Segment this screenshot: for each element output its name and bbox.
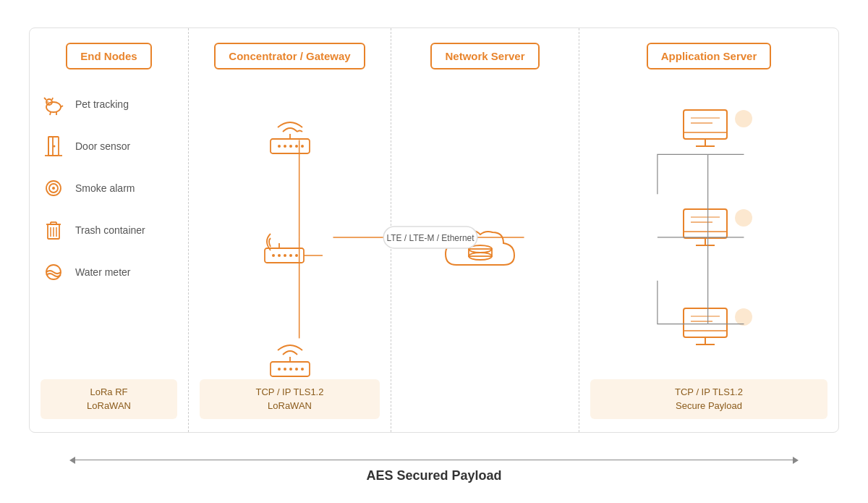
network-cloud-area — [438, 84, 532, 418]
gateway-bottom-label: TCP / IP TLS1.2 LoRaWAN — [200, 379, 380, 419]
svg-point-38 — [295, 254, 298, 257]
endnodes-bottom-label: LoRa RF LoRaWAN — [41, 379, 177, 419]
list-item: Door sensor — [41, 133, 177, 159]
svg-point-27 — [278, 145, 281, 148]
smoke-label: Smoke alarm — [75, 182, 135, 194]
svg-point-44 — [289, 368, 292, 371]
svg-line-5 — [50, 112, 51, 115]
svg-point-42 — [278, 368, 281, 371]
svg-point-0 — [46, 102, 61, 112]
svg-point-34 — [272, 254, 275, 257]
door-icon — [41, 133, 67, 159]
svg-point-29 — [289, 145, 292, 148]
endnodes-header: End Nodes — [66, 43, 151, 69]
svg-point-31 — [301, 145, 304, 148]
aes-text: AES Secured Payload — [366, 468, 501, 483]
svg-point-37 — [289, 254, 292, 257]
monitor-top — [680, 106, 738, 153]
svg-rect-62 — [684, 308, 727, 337]
list-item: Pet tracking — [41, 91, 177, 117]
list-item: Smoke alarm — [41, 175, 177, 201]
monitor-bottom — [680, 305, 738, 352]
arrow-left — [69, 457, 75, 464]
svg-point-45 — [295, 368, 298, 371]
pet-label: Pet tracking — [75, 98, 129, 110]
monitor-dot-bot — [735, 308, 752, 326]
trash-label: Trash container — [75, 224, 145, 236]
aes-arrow — [69, 457, 799, 464]
svg-rect-56 — [684, 209, 727, 238]
svg-point-35 — [278, 254, 281, 257]
gateway-header: Concentrator / Gateway — [214, 43, 365, 69]
pet-icon — [41, 91, 67, 117]
app-header: Application Server — [647, 43, 772, 69]
svg-line-2 — [44, 98, 46, 100]
diagram: End Nodes — [14, 13, 854, 491]
col-app: Application Server — [579, 28, 838, 432]
smoke-icon — [41, 175, 67, 201]
monitor-dot-top — [735, 110, 752, 127]
main-area: End Nodes — [29, 28, 839, 433]
col-network: Network Server — [391, 28, 579, 432]
water-label: Water meter — [75, 266, 131, 278]
aes-line — [75, 460, 793, 461]
aes-footer: AES Secured Payload — [29, 457, 839, 483]
svg-point-36 — [284, 254, 286, 257]
svg-point-28 — [284, 145, 286, 148]
endnodes-list: Pet tracking Door sensor — [41, 91, 177, 301]
app-bottom-label: TCP / IP TLS1.2 Secure Payload — [590, 379, 827, 419]
monitor-dot-mid — [735, 209, 752, 227]
svg-point-7 — [47, 101, 48, 103]
col-gateway: Concentrator / Gateway — [189, 28, 391, 432]
door-label: Door sensor — [75, 140, 130, 152]
list-item: Trash container — [41, 217, 177, 243]
svg-rect-9 — [48, 137, 53, 156]
gateway-devices — [200, 84, 380, 418]
svg-point-10 — [54, 145, 56, 147]
monitor-middle — [680, 206, 738, 253]
svg-line-3 — [52, 98, 53, 100]
col-endnodes: End Nodes — [30, 28, 189, 432]
trash-icon — [41, 217, 67, 243]
network-header: Network Server — [430, 43, 539, 69]
water-icon — [41, 259, 67, 285]
app-servers — [680, 84, 738, 418]
list-item: Water meter — [41, 259, 177, 285]
svg-point-30 — [295, 145, 298, 148]
svg-point-43 — [284, 368, 286, 371]
svg-point-15 — [52, 187, 55, 190]
svg-point-46 — [301, 368, 304, 371]
router-top — [258, 114, 323, 164]
router-middle — [258, 225, 323, 276]
arrow-right — [793, 457, 799, 464]
svg-rect-50 — [684, 110, 727, 139]
